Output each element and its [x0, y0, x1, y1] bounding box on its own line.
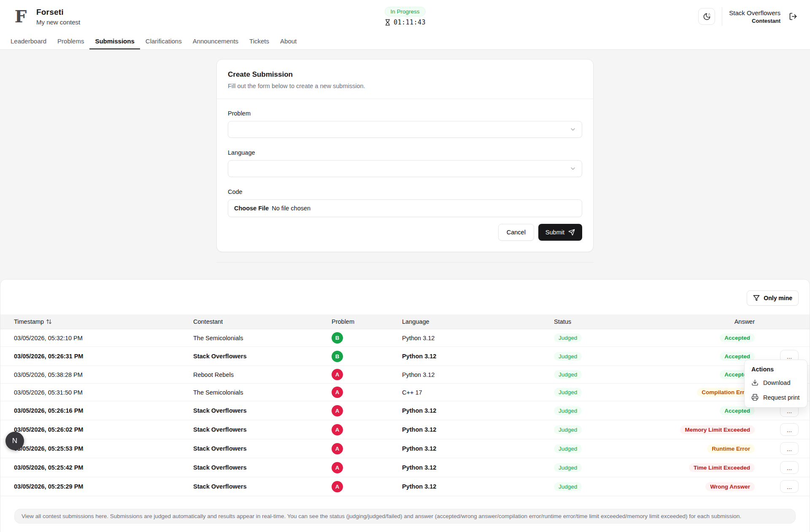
app-logo: F — [11, 7, 30, 26]
nav-tab-submissions[interactable]: Submissions — [89, 33, 140, 49]
nav-tab-leaderboard[interactable]: Leaderboard — [5, 33, 52, 49]
problem-badge: A — [332, 443, 343, 454]
submit-button[interactable]: Submit — [538, 224, 582, 241]
submission-language: Python 3.12 — [397, 329, 549, 347]
table-row: 03/05/2026, 05:26:16 PM Stack Overflower… — [0, 401, 810, 420]
printer-icon — [751, 394, 759, 401]
submission-timestamp: 03/05/2026, 05:26:02 PM — [0, 420, 188, 439]
answer-header: Answer — [659, 314, 759, 329]
status-badge: Judged — [554, 425, 582, 434]
problem-badge: B — [332, 351, 343, 362]
submission-timestamp: 03/05/2026, 05:25:53 PM — [0, 439, 188, 458]
cancel-button[interactable]: Cancel — [498, 224, 534, 241]
table-row: 03/05/2026, 05:25:42 PM Stack Overflower… — [0, 458, 810, 477]
nav-tab-problems[interactable]: Problems — [52, 33, 89, 49]
contest-status: In Progress 01:11:43 — [384, 7, 426, 26]
only-mine-filter-button[interactable]: Only mine — [747, 290, 799, 306]
problem-badge: A — [332, 424, 343, 435]
problem-badge: A — [332, 462, 343, 473]
submission-contestant: Stack Overflowers — [188, 477, 327, 496]
submission-language: Python 3.12 — [397, 477, 549, 496]
status-badge: Judged — [554, 370, 582, 379]
submission-contestant: Stack Overflowers — [188, 420, 327, 439]
table-header-row: Timestamp Contestant Problem Language St… — [0, 314, 810, 329]
submissions-table-body: 03/05/2026, 05:32:10 PM The Semicolonial… — [0, 329, 810, 496]
download-icon — [751, 379, 759, 386]
theme-toggle-button[interactable] — [698, 8, 715, 25]
problem-label: Problem — [228, 110, 582, 117]
submission-language: Python 3.12 — [397, 439, 549, 458]
choose-file-button[interactable]: Choose File — [234, 205, 269, 212]
logout-button[interactable] — [787, 11, 799, 22]
submission-contestant: Reboot Rebels — [188, 366, 327, 384]
answer-badge: Time Limit Exceeded — [689, 463, 755, 472]
language-select[interactable] — [228, 160, 582, 177]
floating-n-badge[interactable]: N — [5, 432, 24, 450]
submission-language: Python 3.12 — [397, 458, 549, 477]
problem-badge: A — [332, 481, 343, 492]
language-label: Language — [228, 149, 582, 156]
nav-tab-label: Announcements — [193, 38, 238, 45]
chevron-down-icon — [570, 126, 576, 133]
timestamp-sort-header[interactable]: Timestamp — [14, 318, 52, 325]
problem-badge: B — [332, 332, 343, 344]
actions-menu-title: Actions — [747, 363, 805, 375]
status-header: Status — [549, 314, 659, 329]
nav-tab-label: Problems — [57, 38, 84, 45]
table-row: 03/05/2026, 05:25:53 PM Stack Overflower… — [0, 439, 810, 458]
sort-icon — [46, 319, 52, 325]
submission-language: C++ 17 — [397, 384, 549, 401]
section-divider — [216, 262, 594, 263]
submission-contestant: The Semicolonials — [188, 329, 327, 347]
nav-tab-tickets[interactable]: Tickets — [244, 33, 275, 49]
problem-badge: A — [332, 387, 343, 398]
answer-badge: Runtime Error — [707, 444, 755, 453]
row-actions-button[interactable]: ... — [780, 480, 799, 493]
user-role: Contestant — [729, 18, 780, 24]
menu-item-request-print[interactable]: Request print — [747, 390, 805, 405]
nav-tab-label: Submissions — [95, 38, 134, 45]
hourglass-icon — [384, 19, 391, 26]
create-submission-card: Create Submission Fill out the form belo… — [216, 59, 594, 252]
problem-badge: A — [332, 405, 343, 416]
status-badge: Judged — [554, 482, 582, 491]
submission-timestamp: 03/05/2026, 05:26:31 PM — [0, 347, 188, 366]
card-subtitle: Fill out the form below to create a new … — [228, 83, 582, 89]
table-row: 03/05/2026, 05:32:10 PM The Semicolonial… — [0, 329, 810, 347]
nav-tab-announcements[interactable]: Announcements — [187, 33, 244, 49]
nav-tab-clarifications[interactable]: Clarifications — [140, 33, 187, 49]
nav-tab-label: Leaderboard — [11, 38, 46, 45]
nav-tab-about[interactable]: About — [275, 33, 302, 49]
submission-language: Python 3.12 — [397, 347, 549, 366]
chevron-down-icon — [570, 165, 576, 172]
filter-icon — [753, 295, 760, 301]
menu-item-download[interactable]: Download — [747, 375, 805, 390]
code-file-input[interactable]: Choose File No file chosen — [228, 199, 582, 217]
contest-timer: 01:11:43 — [394, 19, 426, 26]
submission-timestamp: 03/05/2026, 05:32:10 PM — [0, 329, 188, 347]
status-badge: Judged — [554, 333, 582, 342]
actions-menu-popup: Actions Download Request print — [744, 360, 807, 408]
submission-timestamp: 03/05/2026, 05:26:16 PM — [0, 401, 188, 420]
submission-language: Python 3.12 — [397, 420, 549, 439]
problem-select[interactable] — [228, 121, 582, 138]
table-row: 03/05/2026, 05:31:50 PM The Semicolonial… — [0, 384, 810, 401]
row-actions-button[interactable]: ... — [780, 461, 799, 474]
submission-contestant: The Semicolonials — [188, 384, 327, 401]
submission-contestant: Stack Overflowers — [188, 458, 327, 477]
language-header: Language — [397, 314, 549, 329]
nav-tabs: LeaderboardProblemsSubmissionsClarificat… — [0, 33, 810, 50]
answer-badge: Memory Limit Exceeded — [680, 425, 755, 434]
moon-icon — [703, 13, 711, 21]
user-name: Stack Overflowers — [729, 9, 780, 16]
submission-timestamp: 03/05/2026, 05:38:28 PM — [0, 366, 188, 384]
submissions-footnote: View all contest submissions here. Submi… — [14, 509, 796, 524]
header-divider — [722, 7, 722, 26]
row-actions-button[interactable]: ... — [780, 442, 799, 455]
status-badge: Judged — [554, 444, 582, 453]
row-actions-button[interactable]: ... — [780, 423, 799, 436]
problem-header: Problem — [327, 314, 397, 329]
card-title: Create Submission — [228, 70, 582, 79]
submission-contestant: Stack Overflowers — [188, 347, 327, 366]
logo-letter: F — [15, 8, 27, 25]
